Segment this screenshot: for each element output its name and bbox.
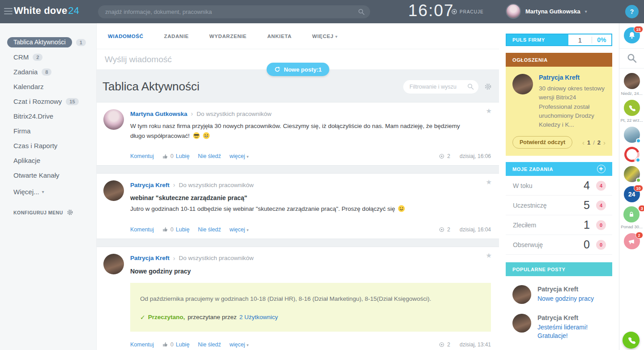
sidebar-item-aplikacje[interactable]: Aplikacje: [0, 153, 96, 168]
comment-link[interactable]: Komentuj: [130, 341, 154, 348]
rail-call-item[interactable]: Pt, 22 wrz...: [620, 100, 643, 123]
new-posts-button[interactable]: Nowe posty:1: [266, 63, 329, 76]
rail-search-button[interactable]: [627, 53, 637, 63]
post-author-link[interactable]: Patrycja Kreft: [130, 182, 170, 188]
search-icon[interactable]: [358, 9, 365, 15]
tab-wiadomosc[interactable]: WIADOMOŚĆ: [108, 34, 144, 39]
sidebar-item-drive[interactable]: Bitrix24.Drive: [0, 109, 96, 124]
confirm-read-button[interactable]: Potwierdź odczyt: [512, 136, 572, 149]
like-group[interactable]: 0 Lubię: [162, 226, 190, 233]
notifications-button[interactable]: 15: [624, 27, 640, 43]
like-group[interactable]: 0 Lubię: [162, 341, 190, 348]
emoji-cool-icon: [193, 132, 200, 139]
avatar[interactable]: [103, 254, 124, 274]
like-link[interactable]: Lubię: [176, 153, 190, 159]
tab-ankieta[interactable]: ANKIETA: [267, 34, 291, 39]
task-row-obserwuje[interactable]: Obserwuję 0 0: [506, 235, 612, 255]
rail-chat-contact[interactable]: [624, 147, 640, 162]
work-status[interactable]: PRACUJE: [452, 9, 484, 14]
sidebar-item-czas-raporty[interactable]: Czas i Raporty: [0, 138, 96, 153]
popular-author: Patrycja Kreft: [537, 286, 594, 293]
task-label: Obserwuję: [513, 241, 584, 248]
filter-input[interactable]: [409, 84, 467, 90]
unfollow-link[interactable]: Nie śledź: [198, 226, 221, 233]
avatar[interactable]: [512, 74, 533, 94]
tab-wydarzenie[interactable]: WYDARZENIE: [209, 34, 247, 39]
avatar[interactable]: [512, 285, 531, 304]
app-logo[interactable]: White dove24: [14, 5, 79, 17]
rail-chat-contact[interactable]: [624, 127, 640, 143]
sidebar-item-otwarte-kanaly[interactable]: Otwarte Kanały: [0, 168, 96, 183]
popular-post-item[interactable]: Patrycja Kreft Nowe godziny pracy: [512, 285, 606, 304]
like-link[interactable]: Lubię: [176, 226, 190, 233]
task-row-uczestnicze[interactable]: Uczestniczę 5 4: [506, 196, 612, 215]
unfollow-link[interactable]: Nie śledź: [198, 341, 221, 348]
user-menu[interactable]: Martyna Gutkowska ▾: [506, 4, 587, 19]
global-search[interactable]: [98, 5, 370, 18]
comment-link[interactable]: Komentuj: [130, 226, 154, 233]
like-link[interactable]: Lubię: [176, 341, 190, 348]
pulse-title: PULS FIRMY: [512, 37, 568, 43]
sidebar-item-crm[interactable]: CRM2: [0, 50, 96, 64]
rail-private-chat[interactable]: 3 Ponad 30...: [621, 206, 643, 229]
search-icon[interactable]: [467, 83, 474, 90]
my-tasks-header: MOJE ZADANIA: [506, 162, 612, 176]
chevron-right-icon[interactable]: ›: [603, 139, 606, 146]
global-search-input[interactable]: [105, 9, 358, 15]
task-row-zlecilem[interactable]: Zleciłem 1 0: [506, 215, 612, 235]
sidebar-item-label: CRM: [13, 53, 29, 61]
star-icon[interactable]: ★: [486, 252, 492, 260]
feed-filter[interactable]: [403, 80, 478, 94]
sidebar-item-wiecej[interactable]: Więcej...▾: [0, 184, 96, 199]
menu-icon[interactable]: [4, 8, 13, 16]
sidebar-item-label: Aplikacje: [13, 157, 40, 164]
configure-menu-button[interactable]: KONFIGURUJ MENU: [13, 209, 96, 216]
gear-icon[interactable]: [484, 83, 492, 90]
pager-current[interactable]: 1: [587, 139, 590, 146]
help-button[interactable]: ?: [625, 5, 639, 18]
popular-post-link[interactable]: Nowe godziny pracy: [537, 295, 594, 303]
more-link[interactable]: więcej ▾: [230, 341, 249, 348]
post-author-link[interactable]: Martyna Gutkowska: [130, 111, 188, 117]
tab-zadanie[interactable]: ZADANIE: [164, 34, 189, 39]
task-row-w-toku[interactable]: W toku 4 4: [506, 176, 612, 196]
pulse-percent[interactable]: 0%: [592, 36, 611, 43]
pulse-count[interactable]: 1: [568, 36, 592, 44]
chevron-right-icon: ›: [173, 255, 175, 262]
sidebar-item-czat[interactable]: Czat i Rozmowy15: [0, 94, 96, 109]
more-link[interactable]: więcej ▾: [230, 153, 249, 159]
star-icon[interactable]: ★: [486, 178, 492, 186]
comment-link[interactable]: Komentuj: [130, 153, 154, 159]
rail-chat-contact[interactable]: [624, 166, 640, 182]
chevron-left-icon[interactable]: ‹: [582, 139, 584, 146]
post-audience: Do wszystkich pracowników: [179, 255, 253, 261]
announcement-pager: ‹ 1 / 2 ›: [582, 139, 606, 146]
pager-total[interactable]: 2: [597, 139, 601, 146]
rail-bitrix24-chat[interactable]: 24 10: [624, 186, 640, 202]
my-tasks-title: MOJE ZADANIA: [512, 166, 553, 172]
sidebar-item-zadania[interactable]: Zadania8: [0, 64, 96, 79]
popular-post-item[interactable]: Patrycja Kreft Jesteśmi liderami! Gratul…: [512, 314, 606, 340]
work-clock[interactable]: 16:07: [408, 1, 454, 20]
sidebar-item-kalendarz[interactable]: Kalendarz: [0, 79, 96, 94]
views-counter: 2: [439, 341, 450, 348]
rail-announcement-chat[interactable]: 2: [624, 233, 640, 249]
announcement-author-link[interactable]: Patrycja Kreft: [539, 74, 605, 81]
call-button[interactable]: [623, 332, 640, 349]
sidebar-item-firma[interactable]: Firma: [0, 124, 96, 138]
read-users-link[interactable]: 2 Użytkownicy: [239, 314, 278, 320]
avatar[interactable]: [103, 180, 124, 201]
more-link[interactable]: więcej ▾: [230, 226, 249, 233]
like-group[interactable]: 0 Lubię: [162, 153, 190, 159]
tab-wiecej[interactable]: WIĘCEJ ▾: [312, 34, 338, 39]
rail-chat-contact[interactable]: Niedz, 24...: [621, 73, 642, 96]
avatar[interactable]: [506, 4, 521, 19]
avatar[interactable]: [512, 314, 531, 333]
popular-post-link[interactable]: Jesteśmi liderami! Gratulacje!: [537, 323, 606, 340]
post-author-link[interactable]: Patrycja Kreft: [130, 255, 170, 261]
add-task-icon[interactable]: [597, 165, 606, 173]
star-icon[interactable]: ★: [486, 107, 492, 115]
sidebar-item-tablica-aktywnosci[interactable]: Tablica Aktywności1: [0, 35, 96, 50]
unfollow-link[interactable]: Nie śledź: [198, 153, 221, 159]
avatar[interactable]: [103, 109, 124, 130]
